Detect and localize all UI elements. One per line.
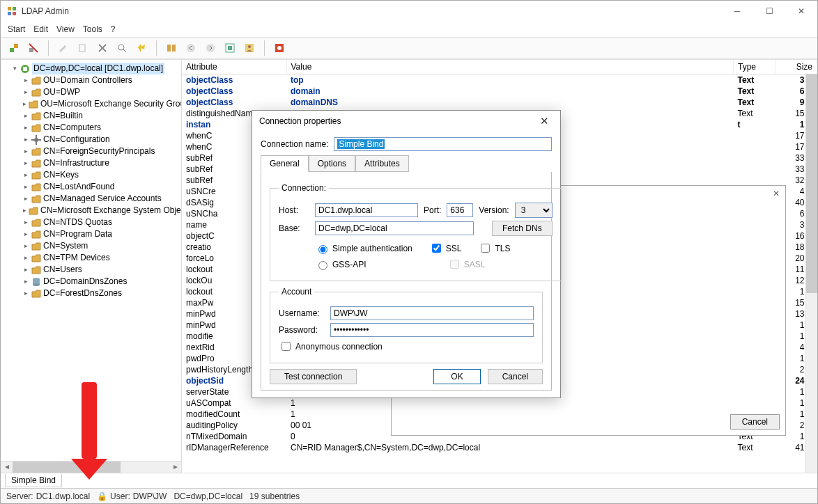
col-attribute[interactable]: Attribute [182, 60, 286, 74]
attribute-row[interactable]: rIDManagerReferenceCN=RID Manager$,CN=Sy… [182, 442, 817, 453]
tree-node[interactable]: ▸OU=Microsoft Exchange Security Grou [23, 98, 181, 110]
tab-options[interactable]: Options [309, 155, 355, 172]
svg-point-21 [277, 46, 281, 50]
tree-panel[interactable]: ▾DC=dwp,DC=local [DC1.dwp.local]▸OU=Doma… [1, 60, 182, 473]
tree-node[interactable]: ▸CN=Computers [23, 122, 181, 134]
chk-tls[interactable]: TLS [478, 242, 510, 255]
status-server-label: Server: [6, 491, 33, 501]
radio-simple-auth[interactable]: Simple authentication [315, 243, 412, 254]
tree-node[interactable]: ▸CN=NTDS Quotas [23, 216, 181, 228]
folder-icon [31, 123, 41, 133]
tree-node[interactable]: ▸DC=DomainDnsZones [23, 276, 181, 288]
app-icon [6, 6, 17, 17]
folder-icon [31, 218, 41, 228]
tb-stop-icon[interactable] [272, 40, 287, 56]
menu-help[interactable]: ? [111, 24, 116, 34]
tb-disconnect-icon[interactable] [26, 40, 41, 56]
dialog-close-icon[interactable]: ✕ [536, 113, 553, 129]
chk-ssl[interactable]: SSL [429, 242, 462, 255]
tab-attributes[interactable]: Attributes [355, 155, 409, 172]
radio-gss-api[interactable]: GSS-API [315, 259, 366, 270]
port-label: Port: [424, 205, 441, 215]
dialog-title: Connection properties [259, 116, 341, 126]
tb-refresh-icon[interactable] [134, 40, 149, 56]
menu-tools[interactable]: Tools [83, 24, 102, 34]
tree-node[interactable]: ▸CN=Builtin [23, 110, 181, 122]
group-connection: Connection: Host: Port: Version: 3 Base: [270, 183, 562, 281]
connections-cancel-button[interactable]: Cancel [730, 414, 780, 430]
col-type[interactable]: Type [734, 60, 775, 74]
tb-forward-icon[interactable] [203, 40, 218, 56]
svg-rect-3 [8, 12, 11, 15]
ok-button[interactable]: OK [433, 369, 480, 384]
group-account: Account Username: Password: Anonymous co… [270, 287, 543, 363]
tree-node[interactable]: ▸CN=Users [23, 264, 181, 276]
close-button[interactable]: ✕ [785, 1, 817, 22]
tb-user-icon[interactable] [242, 40, 257, 56]
tree-node[interactable]: ▸DC=ForestDnsZones [23, 288, 181, 299]
tree-node[interactable]: ▸CN=Infrastructure [23, 157, 181, 169]
host-input[interactable] [315, 203, 418, 217]
attribute-row[interactable]: objectClasstopText3 [182, 74, 817, 86]
svg-point-14 [187, 44, 195, 52]
base-input[interactable] [315, 221, 474, 235]
version-select[interactable]: 3 [515, 203, 553, 218]
bottom-tab-simple-bind[interactable]: Simple Bind [5, 474, 62, 487]
cell-attr: modifiedCount [182, 409, 286, 420]
tb-copy-icon[interactable] [75, 40, 91, 56]
conn-name-input[interactable]: Simple Bind [334, 137, 552, 151]
tree-node[interactable]: ▸CN=ForeignSecurityPrincipals [23, 145, 181, 157]
tree-node-label: CN=Users [43, 264, 82, 276]
menu-start[interactable]: Start [8, 24, 25, 34]
menu-view[interactable]: View [56, 24, 75, 34]
svg-line-13 [123, 49, 126, 52]
tree-scrollbar-x[interactable]: ◂ ▸ [1, 461, 181, 473]
tree-node[interactable]: ▸CN=Program Data [23, 228, 181, 240]
tree-node[interactable]: ▸CN=Keys [23, 169, 181, 181]
tree-node[interactable]: ▸CN=Managed Service Accounts [23, 193, 181, 205]
tree-node[interactable]: ▸CN=LostAndFound [23, 181, 181, 193]
tb-connect-icon[interactable] [6, 40, 22, 56]
fetch-dns-button[interactable]: Fetch DNs [492, 221, 553, 236]
cancel-button[interactable]: Cancel [488, 369, 543, 384]
chk-anonymous[interactable]: Anonymous connection [279, 340, 383, 353]
attribute-row[interactable]: objectClassdomainText6 [182, 86, 817, 97]
folder-icon [31, 147, 41, 157]
username-input[interactable] [330, 306, 534, 320]
tree-node[interactable]: ▸CN=Microsoft Exchange System Objec [23, 205, 181, 216]
tree-node[interactable]: ▸OU=DWP [23, 86, 181, 98]
tree-node-label: CN=Builtin [43, 110, 83, 122]
cell-type: Text [734, 442, 775, 453]
tree-node[interactable]: ▸CN=Configuration [23, 134, 181, 145]
tab-general[interactable]: General [261, 155, 309, 172]
grid-scrollbar-y[interactable] [805, 74, 817, 473]
password-input[interactable] [330, 323, 534, 337]
app-title: LDAP Admin [22, 6, 69, 16]
tb-delete-icon[interactable] [95, 40, 110, 56]
tree-node-label: CN=System [43, 240, 88, 252]
tb-schema-icon[interactable] [222, 40, 238, 56]
svg-point-19 [248, 45, 251, 48]
tree-root-label: DC=dwp,DC=local [DC1.dwp.local] [32, 63, 164, 74]
tb-book-icon[interactable] [164, 40, 179, 56]
test-connection-button[interactable]: Test connection [270, 369, 357, 384]
col-size[interactable]: Size [775, 60, 817, 74]
menu-edit[interactable]: Edit [33, 24, 48, 34]
tb-back-icon[interactable] [183, 40, 199, 56]
tree-node[interactable]: ▸OU=Domain Controllers [23, 74, 181, 86]
col-value[interactable]: Value [286, 60, 734, 74]
connections-close-icon[interactable]: ✕ [773, 189, 780, 198]
tb-edit-icon[interactable] [56, 40, 71, 56]
password-label: Password: [279, 325, 325, 335]
port-input[interactable] [447, 203, 473, 217]
tb-search-icon[interactable] [114, 40, 130, 56]
tree-root-node[interactable]: ▾DC=dwp,DC=local [DC1.dwp.local] [12, 63, 181, 74]
svg-rect-2 [13, 7, 16, 10]
menubar: Start Edit View Tools ? [1, 22, 817, 37]
tree-node[interactable]: ▸CN=System [23, 240, 181, 252]
tree-node-label: CN=Microsoft Exchange System Objec [40, 205, 182, 216]
maximize-button[interactable]: ☐ [753, 1, 785, 22]
minimize-button[interactable]: ─ [721, 1, 753, 22]
attribute-row[interactable]: objectClassdomainDNSText9 [182, 97, 817, 108]
tree-node[interactable]: ▸CN=TPM Devices [23, 252, 181, 264]
